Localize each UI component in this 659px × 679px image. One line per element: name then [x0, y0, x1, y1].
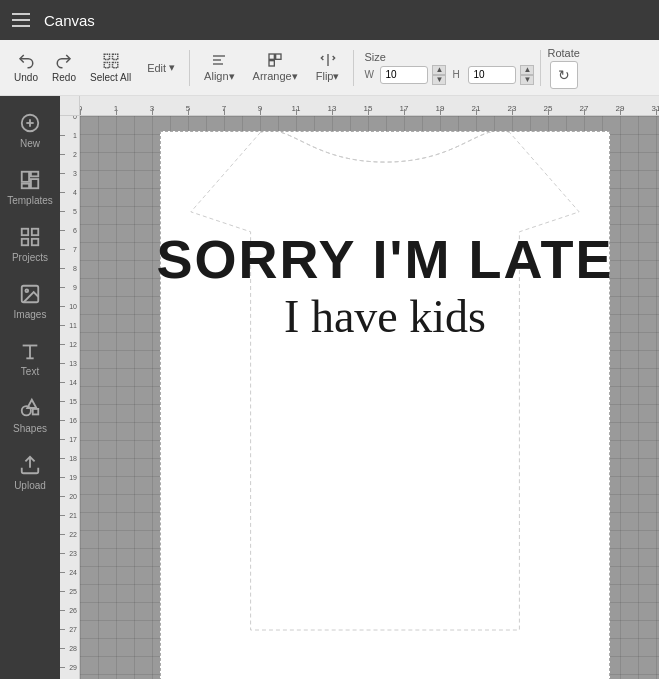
sidebar-item-projects[interactable]: Projects	[2, 218, 58, 271]
white-canvas[interactable]: SORRY I'M LATE I have kids	[160, 131, 610, 679]
images-icon	[19, 283, 41, 305]
separator-1	[189, 50, 190, 86]
design-line2: I have kids	[157, 290, 614, 343]
ruler-top: 0135791113151719212325272931	[80, 96, 659, 116]
width-down[interactable]: ▼	[432, 75, 446, 85]
width-up[interactable]: ▲	[432, 65, 446, 75]
svg-rect-15	[31, 179, 38, 188]
undo-label: Undo	[14, 72, 38, 83]
select-all-label: Select All	[90, 72, 131, 83]
sidebar-item-new-label: New	[20, 138, 40, 149]
design-canvas[interactable]: SORRY I'M LATE I have kids	[80, 116, 659, 679]
sidebar-item-templates-label: Templates	[7, 195, 53, 206]
topbar: Canvas	[0, 0, 659, 40]
sidebar-item-text-label: Text	[21, 366, 39, 377]
plus-icon	[19, 112, 41, 134]
undo-button[interactable]: Undo	[8, 48, 44, 87]
design-text[interactable]: SORRY I'M LATE I have kids	[157, 232, 614, 343]
shapes-icon	[19, 397, 41, 419]
svg-rect-8	[276, 54, 281, 59]
height-up[interactable]: ▲	[520, 65, 534, 75]
canvas-area[interactable]: 0135791113151719212325272931 01234567891…	[60, 96, 659, 679]
rotate-label: Rotate	[547, 47, 579, 59]
sidebar-item-shapes-label: Shapes	[13, 423, 47, 434]
svg-rect-2	[104, 63, 109, 68]
size-title: Size	[364, 51, 534, 63]
main-layout: New Templates Projects	[0, 96, 659, 679]
svg-rect-1	[112, 54, 117, 59]
edit-button[interactable]: Edit ▾	[139, 57, 183, 78]
sidebar-item-upload[interactable]: Upload	[2, 446, 58, 499]
height-arrows[interactable]: ▲ ▼	[520, 65, 534, 85]
sidebar-item-images[interactable]: Images	[2, 275, 58, 328]
svg-point-22	[25, 289, 28, 292]
toolbar: Undo Redo Select All Edit ▾ Align▾	[0, 40, 659, 96]
sidebar: New Templates Projects	[0, 96, 60, 679]
separator-2	[353, 50, 354, 86]
design-line1: SORRY I'M LATE	[157, 232, 614, 286]
width-arrows[interactable]: ▲ ▼	[432, 65, 446, 85]
sidebar-item-images-label: Images	[14, 309, 47, 320]
svg-rect-19	[22, 239, 28, 245]
svg-rect-20	[32, 239, 38, 245]
arrange-button[interactable]: Arrange▾	[245, 49, 306, 86]
width-label: W	[364, 69, 376, 80]
svg-rect-9	[269, 61, 274, 66]
redo-button[interactable]: Redo	[46, 48, 82, 87]
height-input[interactable]	[468, 66, 516, 84]
svg-rect-3	[112, 63, 117, 68]
redo-label: Redo	[52, 72, 76, 83]
svg-rect-27	[33, 409, 39, 415]
svg-rect-7	[269, 54, 274, 59]
sidebar-item-new[interactable]: New	[2, 104, 58, 157]
sidebar-item-projects-label: Projects	[12, 252, 48, 263]
rotate-controls: Rotate ↻	[547, 47, 579, 89]
toolbar-group-align: Align▾ Arrange▾ Flip▾	[196, 49, 347, 86]
height-down[interactable]: ▼	[520, 75, 534, 85]
sidebar-item-shapes[interactable]: Shapes	[2, 389, 58, 442]
projects-icon	[19, 226, 41, 248]
svg-rect-13	[22, 172, 29, 182]
align-button[interactable]: Align▾	[196, 49, 242, 86]
sidebar-item-templates[interactable]: Templates	[2, 161, 58, 214]
ruler-corner	[60, 96, 80, 116]
svg-rect-0	[104, 54, 109, 59]
svg-rect-17	[22, 229, 28, 235]
templates-icon	[19, 169, 41, 191]
svg-rect-18	[32, 229, 38, 235]
select-all-button[interactable]: Select All	[84, 48, 137, 87]
hamburger-menu[interactable]	[12, 13, 30, 27]
ruler-left: 0123456789101112131415161718192021222324…	[60, 116, 80, 679]
width-input[interactable]	[380, 66, 428, 84]
rotate-button[interactable]: ↻	[550, 61, 578, 89]
svg-rect-14	[31, 172, 38, 177]
tshirt-outline	[161, 132, 609, 679]
height-label: H	[452, 69, 464, 80]
separator-3	[540, 50, 541, 86]
size-controls: Size W ▲ ▼ H ▲ ▼	[364, 51, 534, 85]
sidebar-item-text[interactable]: Text	[2, 332, 58, 385]
text-icon	[19, 340, 41, 362]
upload-icon	[19, 454, 41, 476]
flip-button[interactable]: Flip▾	[308, 49, 348, 86]
svg-rect-16	[22, 184, 29, 189]
app-title: Canvas	[44, 12, 95, 29]
sidebar-item-upload-label: Upload	[14, 480, 46, 491]
